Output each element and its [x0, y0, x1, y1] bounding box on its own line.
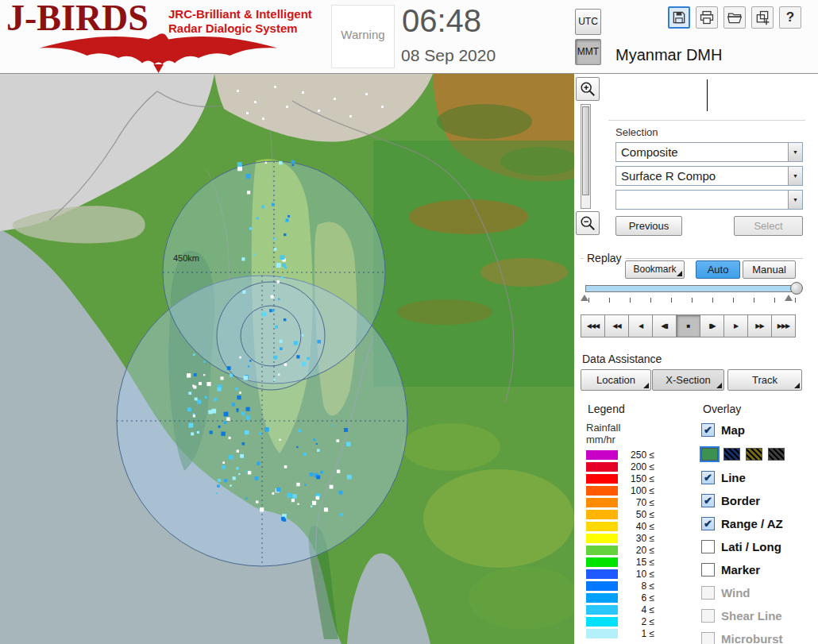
location-button[interactable]: Location — [581, 369, 651, 391]
help-button[interactable]: ? — [779, 6, 801, 29]
radar-map[interactable]: 450km — [0, 74, 574, 644]
legend-row: 15 ≤ — [586, 556, 654, 568]
legend-value: 50 ≤ — [623, 509, 654, 520]
legend-value: 40 ≤ — [623, 521, 654, 532]
zoom-slider[interactable] — [581, 104, 591, 209]
print-button[interactable] — [696, 6, 718, 29]
overlay-item-line[interactable]: ✔Line — [701, 466, 818, 489]
terrain-patch — [423, 469, 574, 568]
legend-value: 6 ≤ — [623, 592, 654, 604]
overlay-item-label: Marker — [721, 563, 760, 577]
product-dropdown[interactable]: Surface R Compo ▼ — [615, 166, 803, 186]
legend-color-swatch — [586, 462, 618, 472]
text-caret — [707, 79, 708, 111]
legend-row: 40 ≤ — [586, 520, 654, 532]
zoom-slider-thumb[interactable] — [582, 106, 589, 195]
map-style-swatch-3[interactable] — [768, 448, 785, 461]
overlay-item-range-az[interactable]: ✔Range / AZ — [701, 512, 818, 535]
checkbox[interactable]: ✔ — [701, 494, 715, 507]
zoom-in-icon — [579, 80, 596, 98]
playback-button-5[interactable]: ▮▶ — [700, 314, 724, 337]
legend-color-swatch — [586, 534, 618, 543]
overlay-item-map[interactable]: ✔Map — [701, 418, 818, 442]
legend-row: 2 ≤ — [586, 615, 654, 627]
overlay-item-shear-line: Shear Line — [701, 604, 818, 627]
tick-mark — [630, 298, 631, 303]
playback-button-2[interactable]: ◀ — [628, 314, 653, 337]
zoom-in-button[interactable] — [576, 77, 600, 101]
map-style-swatch-2[interactable] — [746, 448, 762, 461]
map-style-swatch-0[interactable] — [701, 448, 718, 461]
legend-value: 200 ≤ — [623, 461, 654, 472]
map-style-swatch-1[interactable] — [723, 448, 740, 461]
overlay-item-label: Lati / Long — [721, 540, 781, 553]
legend-color-swatch — [586, 605, 618, 615]
eagle-logo-icon — [2, 32, 313, 73]
help-icon: ? — [786, 10, 794, 25]
overlay-item-label: Line — [721, 471, 746, 484]
zoom-out-button[interactable] — [576, 211, 600, 235]
manual-button[interactable]: Manual — [743, 260, 796, 279]
overlay-label: Overlay — [700, 403, 744, 415]
overlay-item-marker[interactable]: Marker — [701, 558, 818, 581]
x-section-button[interactable]: X-Section — [652, 369, 724, 391]
checkbox[interactable] — [701, 540, 715, 553]
legend-value: 30 ≤ — [623, 533, 654, 544]
organization-title: Myanmar DMH — [615, 46, 722, 64]
overlay-item-border[interactable]: ✔Border — [701, 489, 818, 512]
terrain-patch — [437, 104, 532, 139]
replay-slider-track[interactable] — [585, 285, 797, 292]
overlay-item-microburst: Microburst — [701, 627, 818, 644]
mmt-button[interactable]: MMT — [575, 39, 601, 65]
slider-start-marker — [581, 295, 588, 301]
previous-button[interactable]: Previous — [615, 216, 682, 236]
overlay-item-wind: Wind — [701, 581, 818, 604]
tick-mark — [712, 298, 713, 303]
checkbox[interactable] — [701, 563, 715, 577]
replay-label: Replay — [584, 252, 625, 264]
save-icon — [671, 10, 687, 25]
import-button[interactable] — [751, 6, 774, 29]
playback-button-8[interactable]: ▶▶▶ — [771, 314, 796, 337]
save-button[interactable] — [668, 6, 690, 29]
map-style-swatches — [701, 442, 818, 466]
utc-button[interactable]: UTC — [575, 9, 601, 35]
checkbox — [701, 609, 715, 623]
checkbox[interactable]: ✔ — [701, 423, 715, 437]
replay-ticks — [588, 298, 797, 304]
legend-color-swatch — [586, 546, 618, 555]
overlay-item-label: Microburst — [721, 632, 783, 644]
chevron-down-icon[interactable]: ▼ — [788, 143, 802, 161]
replay-slider-thumb[interactable] — [790, 282, 803, 295]
playback-button-0[interactable]: ◀◀◀ — [581, 314, 605, 337]
composite-dropdown[interactable]: Composite ▼ — [615, 142, 803, 162]
legend-row: 70 ≤ — [586, 496, 654, 508]
chevron-down-icon[interactable]: ▼ — [788, 167, 802, 185]
logo-subtitle-line1: JRC-Brilliant & Intelligent — [168, 7, 312, 21]
playback-button-7[interactable]: ▶▶ — [747, 314, 772, 337]
legend-color-swatch — [586, 522, 618, 531]
tick-mark — [650, 298, 651, 303]
playback-button-4[interactable]: ■ — [676, 314, 700, 337]
legend-value: 15 ≤ — [623, 557, 654, 568]
tick-mark — [692, 298, 693, 303]
overlay-item-lati-long[interactable]: Lati / Long — [701, 535, 818, 558]
checkbox[interactable]: ✔ — [701, 517, 715, 530]
open-button[interactable] — [723, 6, 746, 29]
tick-mark — [754, 298, 754, 303]
playback-button-3[interactable]: ◀▮ — [652, 314, 677, 337]
warning-panel[interactable]: Warning — [331, 5, 395, 68]
chevron-down-icon[interactable]: ▼ — [788, 191, 802, 209]
playback-button-1[interactable]: ◀◀ — [604, 314, 629, 337]
auto-button[interactable]: Auto — [696, 260, 740, 279]
playback-button-6[interactable]: ▶ — [723, 314, 748, 337]
terrain-ridge — [480, 258, 568, 287]
empty-dropdown[interactable]: ▼ — [615, 190, 803, 210]
bookmark-button[interactable]: Bookmark — [625, 260, 685, 279]
checkbox — [701, 632, 715, 644]
checkbox[interactable]: ✔ — [701, 471, 715, 484]
legend-value: 1 ≤ — [623, 628, 654, 639]
legend-row: 10 ≤ — [586, 568, 654, 580]
track-button[interactable]: Track — [727, 369, 802, 391]
legend-color-swatch — [586, 569, 618, 579]
